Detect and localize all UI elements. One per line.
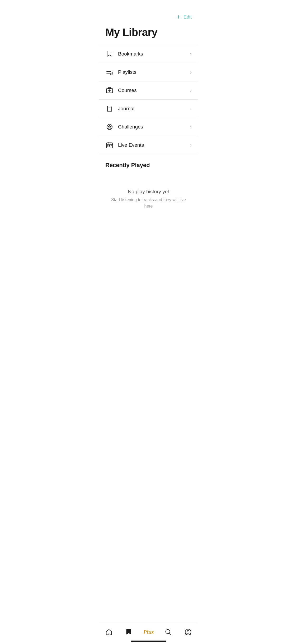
add-button[interactable]: + — [177, 14, 180, 20]
live-events-icon — [105, 141, 114, 149]
menu-item-bookmarks[interactable]: Bookmarks › — [99, 45, 198, 63]
live-events-label: Live Events — [118, 142, 190, 148]
status-bar — [99, 0, 198, 12]
page-title: My Library — [99, 22, 198, 45]
playlists-label: Playlists — [118, 69, 190, 75]
courses-chevron: › — [190, 88, 192, 93]
svg-rect-18 — [111, 145, 112, 146]
empty-state: No play history yet Start listening to t… — [99, 173, 198, 225]
challenges-chevron: › — [190, 124, 192, 130]
menu-item-challenges[interactable]: Challenges › — [99, 118, 198, 136]
playlist-icon — [105, 68, 114, 76]
challenges-icon — [105, 123, 114, 131]
empty-state-subtitle: Start listening to tracks and they will … — [110, 197, 187, 209]
menu-item-courses[interactable]: Courses › — [99, 81, 198, 99]
menu-item-journal[interactable]: Journal › — [99, 100, 198, 118]
header: + Edit — [99, 12, 198, 22]
journal-icon — [105, 104, 114, 113]
svg-rect-20 — [109, 146, 110, 147]
courses-icon — [105, 86, 114, 95]
svg-point-3 — [111, 73, 112, 75]
bookmarks-chevron: › — [190, 51, 192, 57]
menu-item-live-events[interactable]: Live Events › — [99, 136, 198, 154]
bookmarks-label: Bookmarks — [118, 51, 190, 57]
svg-rect-17 — [109, 145, 110, 146]
svg-rect-19 — [107, 146, 109, 147]
journal-chevron: › — [190, 106, 192, 112]
empty-state-title: No play history yet — [128, 189, 169, 195]
courses-label: Courses — [118, 88, 190, 93]
challenges-label: Challenges — [118, 124, 190, 130]
recently-played-title: Recently Played — [99, 154, 198, 173]
playlists-chevron: › — [190, 70, 192, 75]
edit-button[interactable]: Edit — [183, 14, 192, 20]
live-events-chevron: › — [190, 142, 192, 148]
bookmark-icon — [105, 50, 114, 58]
svg-rect-16 — [107, 145, 109, 146]
menu-item-playlists[interactable]: Playlists › — [99, 63, 198, 81]
journal-label: Journal — [118, 106, 190, 112]
